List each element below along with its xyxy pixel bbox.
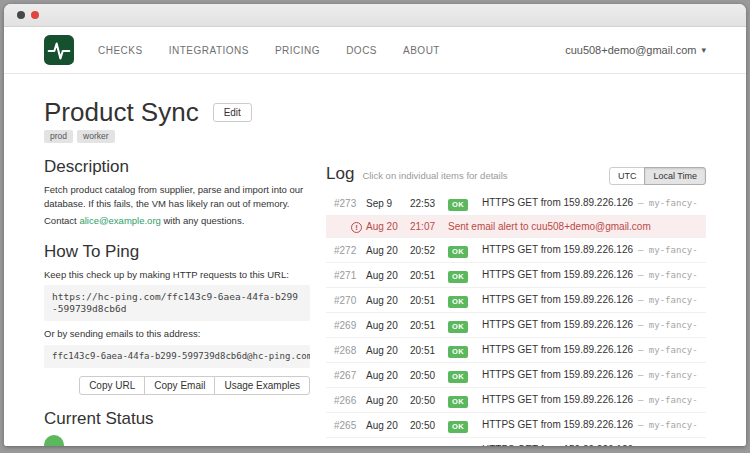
log-row-event: HTTPS GET from 159.89.226.126— my-fancy-… [482,393,698,407]
nav-link-pricing[interactable]: PRICING [275,45,320,56]
log-row-detail: — my-fancy-sy [638,197,698,210]
log-row-time: 20:50 [410,419,448,432]
log-row[interactable]: #266 Aug 20 20:50 OK HTTPS GET from 159.… [326,388,706,413]
log-row-event-text: HTTPS GET from 159.89.226.126 [482,444,633,446]
copy-email-button[interactable]: Copy Email [144,376,215,395]
log-row-event-text: HTTPS GET from 159.89.226.126 [482,369,633,380]
description-heading: Description [44,157,310,177]
log-row[interactable]: #272 Aug 20 20:52 OK HTTPS GET from 159.… [326,238,706,263]
account-email: cuu508+demo@gmail.com [565,44,696,56]
account-menu[interactable]: cuu508+demo@gmail.com ▾ [565,44,706,56]
log-row-date: Aug 20 [366,394,410,407]
log-row-detail: — my-fancy-sy [638,269,698,282]
nav-link-integrations[interactable]: INTEGRATIONS [169,45,249,56]
log-row-event: HTTPS GET from 159.89.226.126— my-fancy-… [482,196,698,210]
log-row-number: #269 [334,319,366,332]
log-row-event-text: HTTPS GET from 159.89.226.126 [482,294,633,305]
log-row-time: 20:52 [410,244,448,257]
log-row-time: 20:51 [410,319,448,332]
log-header: Log Click on individual items for detail… [326,164,706,185]
contact-suffix: with any questions. [161,215,244,226]
nav-link-docs[interactable]: DOCS [346,45,377,56]
log-heading: Log [326,164,354,184]
how-to-ping-heading: How To Ping [44,242,310,262]
log-row-detail: — my-fancy-sy [638,369,698,382]
log-row[interactable]: #273 Sep 9 22:53 OK HTTPS GET from 159.8… [326,191,706,216]
ok-badge: OK [448,246,468,258]
log-badge-cell: OK [448,267,482,283]
alert-icon: ! [351,222,362,233]
log-row[interactable]: #268 Aug 20 20:51 OK HTTPS GET from 159.… [326,338,706,363]
log-row-event-text: HTTPS GET from 159.89.226.126 [482,344,633,355]
log-row-number: #272 [334,244,366,257]
nav-link-checks[interactable]: CHECKS [98,45,143,56]
log-hint: Click on individual items for details [362,170,507,181]
local-time-toggle-button[interactable]: Local Time [644,167,706,185]
log-badge-cell: OK [448,292,482,308]
ok-badge: OK [448,199,468,211]
log-row-time: 20:51 [410,344,448,357]
log-row-event-text: Sent email alert to cuu508+demo@gmail.co… [448,221,651,232]
page-content: Product Sync Edit prod worker Descriptio… [4,74,746,446]
log-row-detail: — my-fancy-sy [638,419,698,432]
log-row-event: Sent email alert to cuu508+demo@gmail.co… [448,220,698,233]
log-row-date: Aug 20 [366,419,410,432]
title-row: Product Sync Edit [44,98,310,126]
log-row[interactable]: #271 Aug 20 20:51 OK HTTPS GET from 159.… [326,263,706,288]
log-row-time: 21:07 [410,220,448,233]
log-row-time: 20:51 [410,294,448,307]
healthchecks-logo[interactable] [44,35,74,65]
log-row[interactable]: #267 Aug 20 20:50 OK HTTPS GET from 159.… [326,363,706,388]
ok-badge: OK [448,371,468,383]
log-row-date: Aug 20 [366,444,410,447]
log-row[interactable]: #264 Aug 20 20:50 OK HTTPS GET from 159.… [326,438,706,446]
log-row-date: Sep 9 [366,197,410,210]
log-row-time: 20:50 [410,444,448,447]
log-row-number: #267 [334,369,366,382]
log-row-event-text: HTTPS GET from 159.89.226.126 [482,319,633,330]
log-row[interactable]: #265 Aug 20 20:50 OK HTTPS GET from 159.… [326,413,706,438]
copy-url-button[interactable]: Copy URL [79,376,145,395]
log-row-date: Aug 20 [366,269,410,282]
log-row-time: 20:51 [410,269,448,282]
email-instruction: Or by sending emails to this address: [44,327,310,341]
log-row-time: 20:50 [410,394,448,407]
window-control-dot[interactable] [17,11,25,19]
log-row-number: #265 [334,419,366,432]
log-badge-cell: OK [448,367,482,383]
log-column: Log Click on individual items for detail… [326,164,706,446]
log-row-event: HTTPS GET from 159.89.226.126— my-fancy-… [482,243,698,257]
log-row-number: ! [334,220,366,233]
log-row[interactable]: #269 Aug 20 20:51 OK HTTPS GET from 159.… [326,313,706,338]
log-row-event-text: HTTPS GET from 159.89.226.126 [482,394,633,405]
log-row-number: #273 [334,197,366,210]
log-row-number: #266 [334,394,366,407]
log-row-event-text: HTTPS GET from 159.89.226.126 [482,269,633,280]
contact-prefix: Contact [44,215,79,226]
page-title: Product Sync [44,98,199,126]
nav-link-about[interactable]: ABOUT [403,45,440,56]
http-instruction: Keep this check up by making HTTP reques… [44,268,310,282]
tag-list: prod worker [44,130,310,143]
status-up-icon [44,435,64,447]
log-badge-cell: OK [448,392,482,408]
window-control-dot[interactable] [31,11,39,19]
log-row[interactable]: ! Aug 20 21:07 Sent email alert to cuu50… [326,216,706,238]
log-row-date: Aug 20 [366,319,410,332]
utc-toggle-button[interactable]: UTC [609,167,646,185]
ok-badge: OK [448,396,468,408]
log-row-number: #270 [334,294,366,307]
log-row-event: HTTPS GET from 159.89.226.126— my-fancy-… [482,418,698,432]
ping-email-code: ffc143c9-6aea-44fa-b299-599739d8cb6d@hc-… [44,345,310,368]
edit-button[interactable]: Edit [213,103,252,122]
contact-email-link[interactable]: alice@example.org [79,215,160,226]
current-status-heading: Current Status [44,409,310,429]
log-row-detail: — my-fancy-sy [638,444,698,446]
copy-button-group: Copy URL Copy Email Usage Examples [44,376,310,395]
log-badge-cell: OK [448,417,482,433]
usage-examples-button[interactable]: Usage Examples [214,376,310,395]
log-row[interactable]: #270 Aug 20 20:51 OK HTTPS GET from 159.… [326,288,706,313]
log-row-event-text: HTTPS GET from 159.89.226.126 [482,419,633,430]
log-row-number: #268 [334,344,366,357]
window-titlebar [4,4,746,27]
